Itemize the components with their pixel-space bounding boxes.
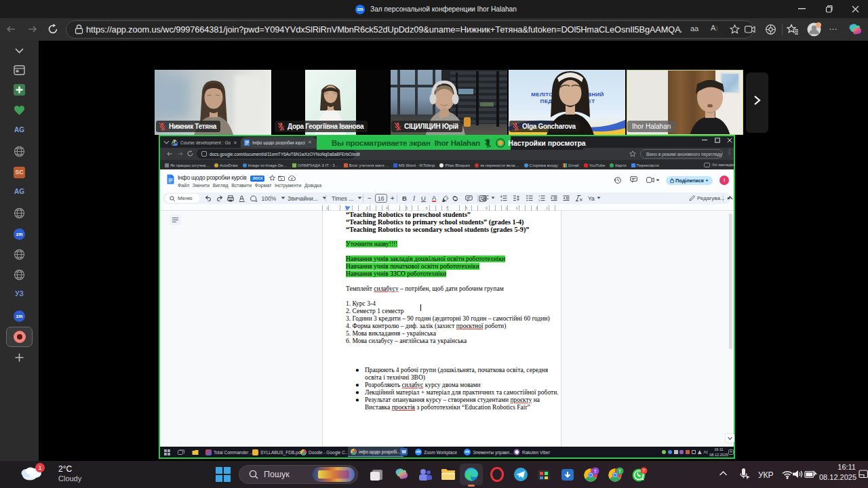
svg-text:7: 7 bbox=[643, 468, 646, 473]
svg-text:2: 2 bbox=[538, 199, 540, 202]
svg-text:T: T bbox=[618, 469, 622, 474]
svg-text:1: 1 bbox=[538, 195, 540, 198]
svg-text:T: T bbox=[594, 469, 597, 474]
